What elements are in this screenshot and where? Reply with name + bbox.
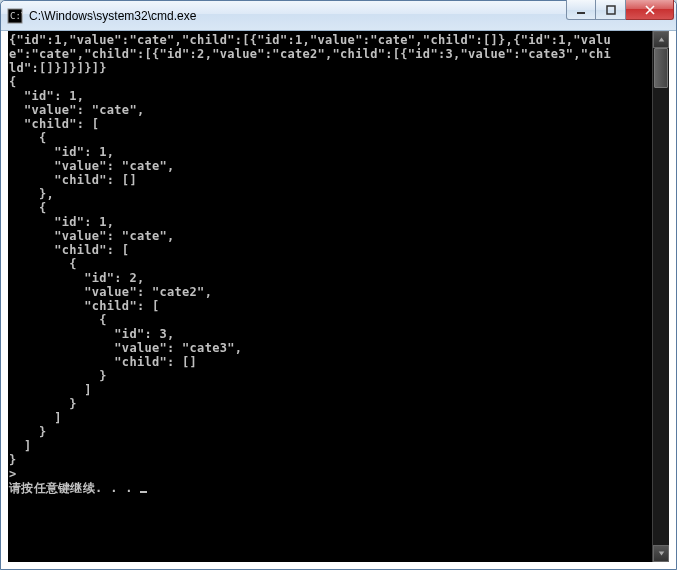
scroll-up-button[interactable]	[653, 31, 669, 48]
cmd-window: C:\ C:\Windows\system32\cmd.exe {"id":1,…	[0, 0, 677, 570]
window-title: C:\Windows\system32\cmd.exe	[29, 9, 566, 23]
maximize-button[interactable]	[596, 0, 626, 20]
scroll-down-button[interactable]	[653, 545, 669, 562]
scroll-track[interactable]	[653, 48, 669, 545]
vertical-scrollbar[interactable]	[652, 31, 669, 562]
scroll-thumb[interactable]	[654, 48, 668, 88]
titlebar[interactable]: C:\ C:\Windows\system32\cmd.exe	[1, 1, 676, 31]
svg-rect-2	[577, 12, 585, 14]
console-output[interactable]: {"id":1,"value":"cate","child":[{"id":1,…	[8, 31, 652, 562]
client-area: {"id":1,"value":"cate","child":[{"id":1,…	[8, 31, 669, 562]
close-button[interactable]	[626, 0, 674, 20]
cmd-icon: C:\	[7, 8, 23, 24]
svg-text:C:\: C:\	[10, 11, 23, 21]
window-controls	[566, 1, 674, 30]
minimize-button[interactable]	[566, 0, 596, 20]
svg-rect-3	[607, 6, 615, 14]
cursor	[140, 491, 147, 493]
